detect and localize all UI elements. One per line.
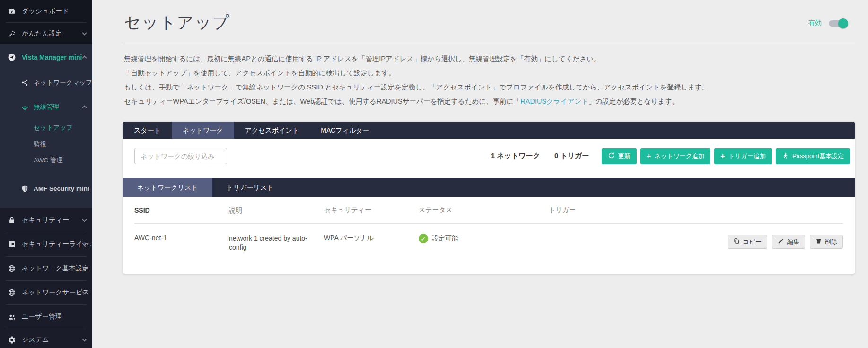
intro-line-4-after: 」の設定が必要となります。 [588, 98, 679, 105]
column-header-status: ステータス [419, 206, 549, 214]
sidebar-item-vista-manager-mini[interactable]: Vista Manager mini [0, 44, 92, 70]
chevron-down-icon [82, 217, 87, 222]
delete-button[interactable]: 削除 [810, 235, 843, 249]
radius-client-link[interactable]: RADIUSクライアント [520, 98, 588, 105]
sidebar-item-label: ネットワークサービス [22, 288, 89, 297]
chevron-up-icon [82, 105, 87, 110]
delete-button-label: 削除 [825, 238, 837, 246]
chevron-down-icon [82, 30, 87, 35]
sub-tab-bar: ネットワークリスト トリガーリスト [123, 178, 855, 197]
users-icon [7, 312, 17, 321]
license-card-icon [7, 240, 17, 249]
chevron-down-icon [82, 337, 87, 341]
sidebar-top-section: ダッシュボード かんたん設定 [0, 0, 92, 44]
passpoint-settings-button[interactable]: Passpoint基本設定 [776, 148, 850, 164]
setup-card: スタート ネットワーク アクセスポイント MACフィルター 1 ネットワーク 0… [123, 122, 855, 274]
sidebar-item-security[interactable]: セキュリティー [0, 208, 92, 232]
sidebar-vista-group: Vista Manager mini ネットワークマップ 無線管理 セットアップ… [0, 44, 92, 208]
globe-icon [7, 264, 17, 273]
trigger-count: 0 トリガー [554, 152, 589, 161]
plus-icon: + [720, 152, 725, 160]
gear-icon [7, 335, 17, 345]
page-title: セットアップ [124, 11, 847, 34]
sidebar-item-label: ユーザー管理 [22, 312, 62, 321]
sidebar-item-label: 監視 [34, 140, 46, 149]
sidebar-item-system[interactable]: システム [0, 329, 92, 348]
card-footer [123, 261, 855, 274]
sidebar-item-awc-management[interactable]: AWC 管理 [0, 152, 92, 169]
sidebar-item-label: AWC 管理 [34, 156, 63, 165]
add-trigger-button[interactable]: + トリガー追加 [714, 148, 772, 164]
tab-mac-filter[interactable]: MACフィルター [310, 122, 380, 139]
network-count: 1 ネットワーク [491, 152, 540, 161]
intro-line-4: セキュリティーWPAエンタープライズ/OSEN、または、Web認証では、使用する… [124, 94, 855, 108]
copy-button-label: コピー [743, 238, 762, 246]
subtab-trigger-list[interactable]: トリガーリスト [212, 178, 288, 197]
subtab-network-list[interactable]: ネットワークリスト [123, 178, 212, 197]
sidebar-item-dashboard[interactable]: ダッシュボード [0, 0, 92, 22]
dashboard-gauge-icon [7, 7, 17, 16]
divider [123, 45, 855, 45]
sidebar-item-user-management[interactable]: ユーザー管理 [0, 305, 92, 329]
magic-wand-icon [7, 29, 17, 38]
network-table: SSID 説明 セキュリティー ステータス トリガー AWC-net-1 net… [123, 197, 855, 261]
cell-status: ✓ 設定可能 [419, 234, 549, 243]
cell-ssid: AWC-net-1 [134, 234, 229, 241]
globe-icon [7, 288, 17, 297]
chevron-up-icon [82, 55, 87, 60]
passpoint-button-label: Passpoint基本設定 [792, 152, 844, 161]
sidebar-item-security-license[interactable]: セキュリティーライセ... [0, 232, 92, 256]
sidebar-item-label: セキュリティーライセ... [22, 240, 92, 249]
sidebar-item-label: 無線管理 [34, 103, 59, 111]
intro-text: 無線管理を開始するには、最初に無線APとの通信に使用する IP アドレスを「管理… [124, 52, 855, 108]
table-row: AWC-net-1 network 1 created by auto-conf… [134, 224, 843, 261]
passpoint-walk-icon [782, 152, 789, 161]
sidebar-item-network-map[interactable]: ネットワークマップ [0, 70, 92, 95]
add-network-button[interactable]: + ネットワーク追加 [640, 148, 710, 164]
shield-icon [20, 184, 29, 193]
intro-line-2: 「自動セットアップ」を使用して、アクセスポイントを自動的に検出して設定します。 [124, 66, 855, 80]
cell-security: WPA パーソナル [324, 234, 419, 242]
column-header-security: セキュリティー [324, 206, 419, 214]
share-network-icon [20, 79, 29, 87]
trash-icon [815, 238, 822, 246]
toggle-knob [838, 18, 848, 28]
sidebar-item-amf-security-mini[interactable]: AMF Security mini [0, 169, 92, 208]
sidebar-item-network-basic-settings[interactable]: ネットワーク基本設定 [0, 257, 92, 280]
refresh-icon [608, 152, 615, 161]
sidebar-item-wireless-management[interactable]: 無線管理 [0, 95, 92, 119]
refresh-button-label: 更新 [618, 152, 631, 161]
tab-access-point[interactable]: アクセスポイント [234, 122, 310, 139]
status-badge: 設定可能 [432, 234, 458, 243]
copy-button[interactable]: コピー [728, 235, 767, 249]
lock-icon [7, 215, 17, 225]
edit-button[interactable]: 編集 [772, 235, 805, 249]
sidebar-item-label: かんたん設定 [22, 29, 62, 38]
enabled-label: 有効 [808, 19, 822, 27]
cell-description: network 1 created by auto-config [229, 234, 324, 252]
column-header-trigger: トリガー [549, 206, 843, 214]
sidebar-item-easy-setup[interactable]: かんたん設定 [0, 23, 92, 44]
sidebar-item-label: システム [22, 336, 49, 344]
sidebar-item-monitoring[interactable]: 監視 [0, 136, 92, 152]
refresh-button[interactable]: 更新 [602, 148, 637, 164]
sidebar-lower-section: セキュリティー セキュリティーライセ... ネットワーク基本設定 ネットワークサ… [0, 208, 92, 348]
sidebar-item-setup[interactable]: セットアップ [0, 119, 92, 136]
intro-line-3: もしくは、手動で「ネットワーク」で無線ネットワークの SSID とセキュリティー… [124, 80, 855, 94]
tab-network[interactable]: ネットワーク [172, 122, 234, 139]
wifi-icon [20, 103, 29, 111]
add-network-button-label: ネットワーク追加 [655, 152, 705, 161]
sidebar-item-label: ダッシュボード [22, 7, 69, 16]
toolbar: 1 ネットワーク 0 トリガー 更新 + ネットワーク追加 + トリガー追加 [123, 139, 855, 178]
network-filter-input[interactable] [134, 148, 227, 164]
column-header-ssid: SSID [134, 206, 229, 214]
sidebar-item-label: Vista Manager mini [22, 54, 82, 61]
sidebar-item-label: AMF Security mini [34, 185, 89, 192]
sidebar-item-network-services[interactable]: ネットワークサービス [0, 281, 92, 304]
add-trigger-button-label: トリガー追加 [728, 152, 766, 161]
copy-icon [733, 238, 740, 246]
vista-manager-icon [7, 53, 17, 62]
tab-start[interactable]: スタート [123, 122, 172, 139]
wireless-enabled-toggle[interactable] [829, 20, 847, 27]
tab-bar: スタート ネットワーク アクセスポイント MACフィルター [123, 122, 855, 139]
